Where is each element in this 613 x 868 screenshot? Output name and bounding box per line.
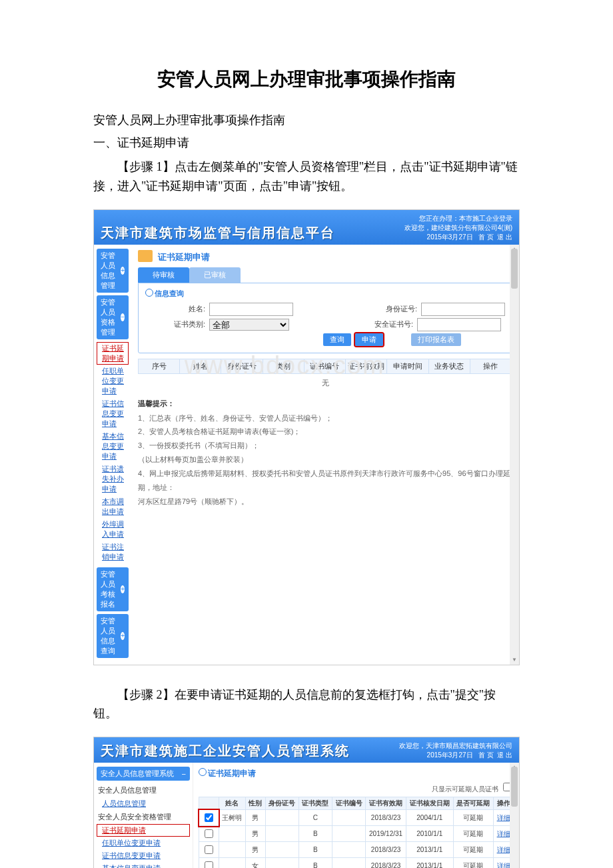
link-extend-2[interactable]: 证书延期申请 — [97, 824, 190, 837]
main-panel: www.bdocx.com 证书延期申请 待审核 已审核 信息查询 姓名: 身份… — [131, 245, 519, 665]
hint-3: 3、一份授权委托书（不填写日期）； — [138, 439, 512, 453]
print-button[interactable]: 打印报名表 — [411, 333, 461, 346]
table-row: 男B2018/3/232013/1/1可延期详细 — [199, 842, 514, 858]
nav-head-query[interactable]: 安管人员信息查询+ — [97, 614, 129, 658]
table-cell: 男 — [245, 826, 265, 842]
table-cell — [332, 858, 366, 868]
nav-head-qual[interactable]: 安管人员资格管理− — [97, 295, 129, 339]
topbar-right: 您正在办理：本市施工企业登录 欢迎您，建经建筑分包有限公司4(测) 2015年3… — [404, 214, 512, 242]
topbar-right-2: 欢迎您，天津市顺昌宏拓建筑有限公司 2015年3月27日 首 页 退 出 — [399, 741, 512, 760]
doc-para-step1: 【步骤 1】点击左侧菜单的"安管人员资格管理"栏目，点击"证书延期申请"链接，进… — [93, 157, 520, 196]
hint-3b: （以上材料每页加盖公章并胶装） — [138, 453, 512, 467]
sidebar-link-basechange[interactable]: 基本信息变更申请 — [97, 430, 129, 463]
detail-link[interactable]: 详细 — [497, 862, 510, 868]
row-checkbox[interactable] — [205, 813, 213, 822]
tab-done[interactable]: 已审核 — [189, 267, 241, 283]
input-id[interactable] — [421, 303, 505, 316]
link-person-info[interactable]: 人员信息管理 — [97, 797, 190, 810]
page-title-2: 证书延期申请 — [199, 767, 514, 783]
page-title: 证书延期申请 — [138, 249, 512, 267]
link-unit-2[interactable]: 任职单位变更申请 — [97, 837, 190, 849]
ss1-topbar: 天津市建筑市场监管与信用信息平台 您正在办理：本市施工企业登录 欢迎您，建经建筑… — [94, 210, 519, 245]
detail-link[interactable]: 详细 — [497, 846, 510, 853]
table-cell: 可延期 — [453, 826, 494, 842]
table-cell — [219, 842, 245, 858]
home-link-2[interactable]: 首 页 — [478, 751, 494, 759]
table-cell: B — [299, 842, 332, 858]
hint-4: 4、网上申报完成后携带延期材料、授权委托书和安管人员证书原件到天津市行政许可服务… — [138, 467, 512, 495]
apply-button[interactable]: 申请 — [355, 333, 383, 346]
expand-icon: + — [121, 585, 125, 593]
table-cell: 女 — [245, 858, 265, 868]
screenshot-2: 天津市建筑施工企业安管人员管理系统 欢迎您，天津市顺昌宏拓建筑有限公司 2015… — [93, 737, 520, 868]
table-row: 男B2019/12/312010/1/1可延期详细 — [199, 826, 514, 842]
home-link[interactable]: 首 页 — [478, 233, 494, 241]
scrollbar[interactable]: ▲ ▼ — [510, 245, 519, 665]
table-cell: 2013/1/1 — [406, 842, 453, 858]
table-cell: 男 — [245, 842, 265, 858]
table-cell — [332, 842, 366, 858]
label-id: 身份证号: — [377, 304, 417, 314]
scroll-thumb[interactable] — [511, 249, 518, 289]
doc-para-step2: 【步骤 2】在要申请证书延期的人员信息前的复选框打钩，点击"提交"按钮。 — [93, 685, 520, 724]
nav-head-sys[interactable]: 安全人员信息管理系统− — [97, 767, 190, 781]
table-cell — [265, 810, 299, 826]
scrollbar-2[interactable]: ▲ ▼ — [510, 763, 519, 868]
scroll-thumb[interactable] — [511, 767, 518, 807]
filter-note: 只显示可延期人员证书 — [432, 785, 498, 793]
detail-link[interactable]: 详细 — [497, 814, 510, 821]
table-header-cell — [199, 797, 219, 810]
table-row: 女B2018/3/232013/1/1可延期详细 — [199, 858, 514, 868]
screenshot-1: 天津市建筑市场监管与信用信息平台 您正在办理：本市施工企业登录 欢迎您，建经建筑… — [93, 209, 520, 665]
table-header-cell: 是否可延期 — [453, 797, 494, 810]
table-cell — [332, 826, 366, 842]
scroll-down-icon[interactable]: ▼ — [510, 655, 519, 665]
platform-title-2: 天津市建筑施工企业安管人员管理系统 — [101, 742, 350, 760]
filter-title: 信息查询 — [145, 289, 505, 299]
exit-link-2[interactable]: 退 出 — [497, 751, 512, 759]
table-cell: B — [299, 826, 332, 842]
label-name: 姓名: — [165, 304, 205, 314]
expand-icon: + — [121, 632, 125, 640]
input-certno[interactable] — [417, 318, 501, 331]
link-basechange-2[interactable]: 基本信息变更申请 — [97, 862, 190, 868]
topbar-date-2: 2015年3月27日 — [427, 751, 473, 759]
sidebar-link-cancel[interactable]: 证书注销申请 — [97, 541, 129, 563]
table-cell: 2018/3/23 — [366, 858, 406, 868]
nav-head-info[interactable]: 安管人员信息管理+ — [97, 249, 129, 293]
table-row: 王树明男C2018/3/232004/1/1可延期详细 — [199, 810, 514, 826]
sidebar-link-reissue[interactable]: 证书遗失补办申请 — [97, 463, 129, 495]
table-cell: 2010/1/1 — [406, 826, 453, 842]
table-cell: 2019/12/31 — [366, 826, 406, 842]
row-checkbox[interactable] — [205, 829, 213, 838]
row-checkbox[interactable] — [205, 861, 213, 868]
topbar-date: 2015年3月27日 — [427, 233, 473, 241]
table-cell: 2018/3/23 — [366, 842, 406, 858]
query-button[interactable]: 查询 — [323, 333, 351, 346]
collapse-icon: − — [121, 313, 125, 321]
exit-link[interactable]: 退 出 — [497, 233, 512, 241]
cat-info: 安全人员信息管理 — [97, 783, 190, 797]
tab-pending[interactable]: 待审核 — [138, 267, 189, 283]
sidebar-link-extend[interactable]: 证书延期申请 — [97, 342, 129, 365]
link-certchange-2[interactable]: 证书信息变更申请 — [97, 849, 190, 862]
sidebar-link-unit[interactable]: 任职单位变更申请 — [97, 365, 129, 397]
nav-head-exam[interactable]: 安管人员考核报名+ — [97, 567, 129, 611]
detail-link[interactable]: 详细 — [497, 830, 510, 837]
select-certtype[interactable]: 全部 — [209, 319, 289, 331]
label-certtype: 证书类别: — [165, 319, 205, 329]
sidebar-link-out[interactable]: 本市调出申请 — [97, 495, 129, 518]
sidebar-link-in[interactable]: 外埠调入申请 — [97, 518, 129, 541]
sidebar-link-certchange[interactable]: 证书信息变更申请 — [97, 397, 129, 430]
table-header-cell: 证书编号 — [332, 797, 366, 810]
input-name[interactable] — [209, 303, 293, 316]
row-checkbox[interactable] — [205, 845, 213, 854]
table-header-cell: 证书类型 — [299, 797, 332, 810]
table-cell — [219, 858, 245, 868]
person-table: 姓名性别身份证号证书类型证书编号证书有效期证书核发日期是否可延期操作 王树明男C… — [199, 797, 514, 868]
table-cell: 男 — [245, 810, 265, 826]
hint-label: 温馨提示： — [138, 399, 175, 407]
platform-title: 天津市建筑市场监管与信用信息平台 — [101, 224, 335, 242]
doc-subtitle: 安管人员网上办理审批事项操作指南 — [93, 112, 560, 128]
table-cell — [219, 826, 245, 842]
